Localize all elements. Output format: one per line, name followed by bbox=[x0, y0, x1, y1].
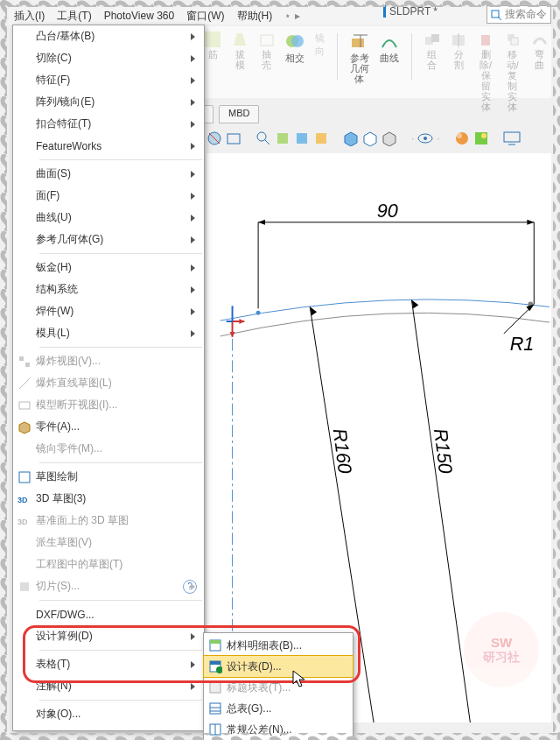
tb-btn[interactable] bbox=[226, 130, 242, 146]
rb-mirror-txt: 镜向 bbox=[315, 32, 325, 58]
rb-intersect[interactable]: 相交 bbox=[285, 32, 304, 63]
svg-rect-43 bbox=[25, 363, 30, 367]
tb-btn[interactable] bbox=[206, 130, 222, 146]
mi-structure[interactable]: 结构系统 bbox=[13, 278, 204, 300]
mi-slice: 切片(S)...? bbox=[13, 575, 204, 597]
mi-dxf[interactable]: DXF/DWG... bbox=[13, 603, 204, 625]
tb-btn[interactable] bbox=[294, 130, 310, 146]
sm-bom[interactable]: 材料明细表(B)... bbox=[204, 635, 353, 656]
sm-tolerance[interactable]: 常规公差(N)... bbox=[204, 719, 353, 740]
svg-point-37 bbox=[256, 311, 261, 315]
search-icon bbox=[491, 10, 501, 20]
svg-rect-4 bbox=[261, 35, 273, 46]
svg-rect-16 bbox=[511, 38, 518, 45]
mi-derived: 派生草图(V) bbox=[13, 532, 204, 553]
mi-fasten[interactable]: 扣合特征(T) bbox=[13, 113, 204, 135]
mi-pattern[interactable]: 阵列/镜向(E) bbox=[13, 91, 204, 113]
rb-refgeo[interactable]: 参考几何体 bbox=[350, 32, 369, 84]
svg-rect-46 bbox=[19, 472, 30, 483]
svg-point-26 bbox=[424, 137, 427, 140]
menu-help[interactable]: 帮助(H) bbox=[237, 9, 273, 24]
menu-photoview[interactable]: PhotoView 360 bbox=[104, 10, 175, 22]
svg-line-40 bbox=[411, 300, 470, 722]
dim-90: 90 bbox=[377, 200, 398, 222]
appearance-icon[interactable] bbox=[454, 130, 470, 146]
rb-flex: 弯曲 bbox=[531, 32, 548, 70]
mi-tables[interactable]: 表格(T) bbox=[13, 653, 204, 675]
tb-sep: · bbox=[437, 132, 439, 144]
menu-fill[interactable]: ⋆ ▸ bbox=[284, 10, 299, 22]
mi-annotations[interactable]: 注解(N) bbox=[13, 675, 204, 697]
mi-mold[interactable]: 模具(L) bbox=[13, 322, 204, 344]
rb-rib: 筋 bbox=[205, 32, 221, 60]
search-command[interactable]: 搜索命令 bbox=[486, 5, 551, 24]
mi-features[interactable]: 特征(F) bbox=[13, 69, 204, 91]
svg-rect-23 bbox=[297, 133, 307, 144]
mi-fworks[interactable]: FeatureWorks bbox=[13, 135, 204, 157]
dim-r150: R150 bbox=[430, 427, 457, 475]
menubar: 插入(I) 工具(T) PhotoView 360 窗口(W) 帮助(H) ⋆ … bbox=[9, 7, 551, 25]
mi-object[interactable]: 对象(O)... bbox=[13, 703, 204, 725]
eye-icon[interactable] bbox=[417, 130, 433, 146]
tb-btn[interactable] bbox=[313, 130, 329, 146]
svg-rect-49 bbox=[20, 582, 29, 591]
mi-surface[interactable]: 曲面(S) bbox=[13, 163, 204, 185]
monitor-icon[interactable] bbox=[503, 131, 521, 145]
cursor-icon bbox=[292, 670, 308, 689]
tb-sep: · bbox=[411, 132, 414, 144]
mi-mirrorpart: 镜向零件(M)... bbox=[13, 438, 204, 460]
doc-name: SLDPRT * bbox=[389, 5, 438, 18]
tables-submenu: 材料明细表(B)... 设计表(D)... 标题块表(T)... 总表(G)..… bbox=[203, 632, 354, 740]
mi-sheetmetal[interactable]: 钣金(H) bbox=[13, 257, 204, 278]
svg-point-30 bbox=[481, 133, 486, 138]
svg-rect-65 bbox=[553, 0, 560, 740]
svg-point-6 bbox=[291, 35, 304, 47]
mi-part[interactable]: 零件(A)... bbox=[13, 416, 204, 438]
display-cube-icon[interactable] bbox=[362, 130, 378, 146]
mi-sketch[interactable]: 草图绘制 bbox=[13, 466, 204, 488]
mi-exploded: 爆炸视图(V)... bbox=[13, 350, 204, 372]
tb-btn[interactable] bbox=[275, 130, 290, 146]
rb-split: 分割 bbox=[451, 32, 467, 70]
svg-point-28 bbox=[457, 133, 462, 138]
tab-mbd[interactable]: MBD bbox=[219, 105, 259, 123]
svg-point-50 bbox=[19, 731, 30, 732]
display-cube-icon[interactable] bbox=[382, 130, 397, 146]
mi-hyperlink[interactable]: 超文本链接(Y)... bbox=[13, 725, 204, 731]
sm-designtable[interactable]: 设计表(D)... bbox=[204, 656, 353, 677]
ribbon: 筋 拔模 抽壳 相交 镜向 参考几何体 曲线 组合 分割 删除/保留实体 移动/… bbox=[201, 26, 551, 98]
svg-marker-3 bbox=[234, 33, 246, 46]
svg-rect-62 bbox=[0, 0, 560, 7]
mi-cut[interactable]: 切除(C) bbox=[13, 47, 204, 69]
watermark-icon: SW 研习社 bbox=[464, 612, 539, 687]
mi-3dplane: 3D基准面上的 3D 草图 bbox=[13, 510, 204, 532]
mi-refgeo[interactable]: 参考几何体(G) bbox=[13, 229, 204, 250]
rb-combine: 组合 bbox=[424, 32, 440, 70]
help-icon[interactable]: ? bbox=[183, 580, 197, 594]
mi-drwsketch: 工程图中的草图(T) bbox=[13, 553, 204, 575]
mi-curve[interactable]: 曲线(U) bbox=[13, 207, 204, 229]
rb-shell: 抽壳 bbox=[259, 32, 276, 70]
view-toolbar: · · bbox=[206, 127, 551, 150]
mi-weldment[interactable]: 焊件(W) bbox=[13, 300, 204, 322]
document-tab[interactable]: SLDPRT * bbox=[383, 5, 438, 18]
sm-general[interactable]: 总表(G)... bbox=[204, 698, 353, 719]
sm-titleblock: 标题块表(T)... bbox=[204, 677, 353, 698]
rb-curves[interactable]: 曲线 bbox=[380, 32, 399, 63]
svg-text:3D: 3D bbox=[18, 518, 28, 526]
scene-icon[interactable] bbox=[473, 130, 489, 146]
mi-3dsketch[interactable]: 3D3D 草图(3) bbox=[13, 488, 204, 510]
tb-btn[interactable] bbox=[256, 130, 271, 146]
display-cube-icon[interactable] bbox=[343, 130, 359, 146]
menu-window[interactable]: 窗口(W) bbox=[186, 9, 224, 24]
svg-rect-19 bbox=[228, 134, 240, 144]
menu-tools[interactable]: 工具(T) bbox=[57, 9, 91, 24]
mi-studies[interactable]: 设计算例(D) bbox=[13, 625, 204, 647]
svg-rect-45 bbox=[19, 402, 30, 409]
menu-insert[interactable]: 插入(I) bbox=[14, 9, 45, 24]
svg-rect-56 bbox=[210, 682, 220, 693]
rb-draft: 拔模 bbox=[232, 32, 248, 70]
mi-boss[interactable]: 凸台/基体(B) bbox=[13, 25, 204, 47]
mi-face[interactable]: 面(F) bbox=[13, 185, 204, 207]
svg-rect-11 bbox=[431, 34, 439, 42]
